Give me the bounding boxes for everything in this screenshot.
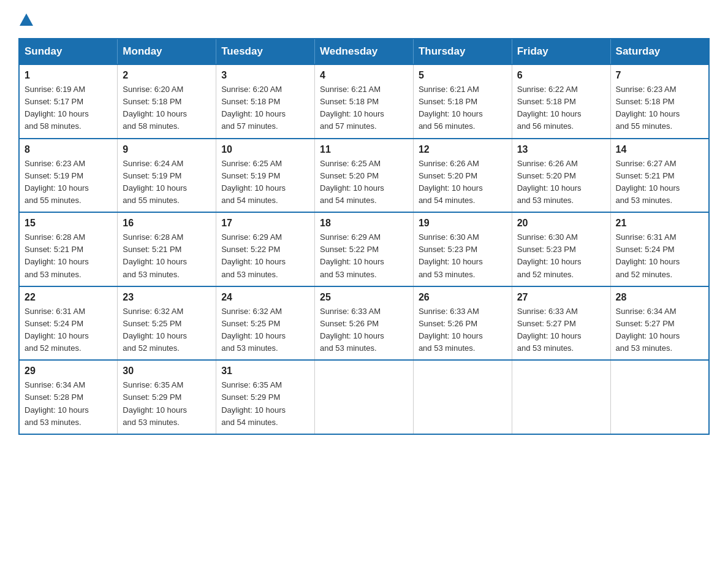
calendar-cell: 8 Sunrise: 6:23 AMSunset: 5:19 PMDayligh… <box>19 139 118 213</box>
day-info: Sunrise: 6:24 AMSunset: 5:19 PMDaylight:… <box>123 159 187 205</box>
logo <box>18 12 33 26</box>
day-number: 17 <box>221 218 309 229</box>
calendar-cell: 26 Sunrise: 6:33 AMSunset: 5:26 PMDaylig… <box>413 286 512 361</box>
calendar-cell: 12 Sunrise: 6:26 AMSunset: 5:20 PMDaylig… <box>413 139 512 213</box>
day-info: Sunrise: 6:21 AMSunset: 5:18 PMDaylight:… <box>419 85 483 131</box>
day-number: 11 <box>320 144 408 155</box>
day-info: Sunrise: 6:20 AMSunset: 5:18 PMDaylight:… <box>221 85 286 131</box>
calendar-cell: 30 Sunrise: 6:35 AMSunset: 5:29 PMDaylig… <box>118 360 216 434</box>
day-info: Sunrise: 6:26 AMSunset: 5:20 PMDaylight:… <box>517 159 582 205</box>
day-info: Sunrise: 6:23 AMSunset: 5:19 PMDaylight:… <box>25 159 89 205</box>
day-number: 15 <box>25 218 112 229</box>
calendar-cell <box>512 360 610 434</box>
day-info: Sunrise: 6:34 AMSunset: 5:28 PMDaylight:… <box>25 380 89 426</box>
calendar-week-row: 1 Sunrise: 6:19 AMSunset: 5:17 PMDayligh… <box>19 64 709 139</box>
day-number: 27 <box>517 292 605 303</box>
day-number: 3 <box>221 70 309 81</box>
day-info: Sunrise: 6:27 AMSunset: 5:21 PMDaylight:… <box>616 159 680 205</box>
page-header <box>18 12 710 26</box>
day-number: 5 <box>419 70 507 81</box>
day-info: Sunrise: 6:32 AMSunset: 5:25 PMDaylight:… <box>221 307 286 353</box>
day-info: Sunrise: 6:35 AMSunset: 5:29 PMDaylight:… <box>221 380 286 426</box>
calendar-cell: 24 Sunrise: 6:32 AMSunset: 5:25 PMDaylig… <box>216 286 315 361</box>
calendar-cell: 9 Sunrise: 6:24 AMSunset: 5:19 PMDayligh… <box>118 139 216 213</box>
day-info: Sunrise: 6:20 AMSunset: 5:18 PMDaylight:… <box>123 85 187 131</box>
calendar-week-row: 29 Sunrise: 6:34 AMSunset: 5:28 PMDaylig… <box>19 360 709 434</box>
calendar-cell <box>413 360 512 434</box>
day-info: Sunrise: 6:32 AMSunset: 5:25 PMDaylight:… <box>123 307 187 353</box>
calendar-cell: 23 Sunrise: 6:32 AMSunset: 5:25 PMDaylig… <box>118 286 216 361</box>
weekday-header-monday: Monday <box>118 39 216 64</box>
day-info: Sunrise: 6:30 AMSunset: 5:23 PMDaylight:… <box>419 232 483 278</box>
calendar-cell: 21 Sunrise: 6:31 AMSunset: 5:24 PMDaylig… <box>610 212 709 286</box>
calendar-cell: 6 Sunrise: 6:22 AMSunset: 5:18 PMDayligh… <box>512 64 610 139</box>
day-info: Sunrise: 6:33 AMSunset: 5:27 PMDaylight:… <box>517 307 582 353</box>
day-number: 23 <box>123 292 211 303</box>
calendar-week-row: 8 Sunrise: 6:23 AMSunset: 5:19 PMDayligh… <box>19 139 709 213</box>
day-number: 1 <box>25 70 112 81</box>
calendar-header-row: SundayMondayTuesdayWednesdayThursdayFrid… <box>19 39 709 64</box>
calendar-cell: 14 Sunrise: 6:27 AMSunset: 5:21 PMDaylig… <box>610 139 709 213</box>
day-info: Sunrise: 6:31 AMSunset: 5:24 PMDaylight:… <box>616 232 680 278</box>
calendar-cell <box>610 360 709 434</box>
calendar-cell: 25 Sunrise: 6:33 AMSunset: 5:26 PMDaylig… <box>315 286 414 361</box>
day-info: Sunrise: 6:25 AMSunset: 5:19 PMDaylight:… <box>221 159 286 205</box>
day-number: 2 <box>123 70 211 81</box>
calendar-cell: 28 Sunrise: 6:34 AMSunset: 5:27 PMDaylig… <box>610 286 709 361</box>
day-number: 14 <box>616 144 703 155</box>
calendar-cell: 13 Sunrise: 6:26 AMSunset: 5:20 PMDaylig… <box>512 139 610 213</box>
day-number: 25 <box>320 292 408 303</box>
day-info: Sunrise: 6:35 AMSunset: 5:29 PMDaylight:… <box>123 380 187 426</box>
day-number: 7 <box>616 70 703 81</box>
day-number: 20 <box>517 218 605 229</box>
day-number: 8 <box>25 144 112 155</box>
day-number: 31 <box>221 366 309 377</box>
calendar-cell: 16 Sunrise: 6:28 AMSunset: 5:21 PMDaylig… <box>118 212 216 286</box>
calendar-cell: 22 Sunrise: 6:31 AMSunset: 5:24 PMDaylig… <box>19 286 118 361</box>
calendar-cell: 3 Sunrise: 6:20 AMSunset: 5:18 PMDayligh… <box>216 64 315 139</box>
weekday-header-friday: Friday <box>512 39 610 64</box>
day-info: Sunrise: 6:31 AMSunset: 5:24 PMDaylight:… <box>25 307 89 353</box>
svg-marker-0 <box>20 13 33 26</box>
day-number: 29 <box>25 366 112 377</box>
day-info: Sunrise: 6:33 AMSunset: 5:26 PMDaylight:… <box>320 307 384 353</box>
day-info: Sunrise: 6:25 AMSunset: 5:20 PMDaylight:… <box>320 159 384 205</box>
calendar-cell: 15 Sunrise: 6:28 AMSunset: 5:21 PMDaylig… <box>19 212 118 286</box>
calendar-cell: 1 Sunrise: 6:19 AMSunset: 5:17 PMDayligh… <box>19 64 118 139</box>
weekday-header-wednesday: Wednesday <box>315 39 414 64</box>
day-number: 26 <box>419 292 507 303</box>
day-number: 16 <box>123 218 211 229</box>
day-info: Sunrise: 6:23 AMSunset: 5:18 PMDaylight:… <box>616 85 680 131</box>
day-info: Sunrise: 6:34 AMSunset: 5:27 PMDaylight:… <box>616 307 680 353</box>
day-number: 13 <box>517 144 605 155</box>
calendar-cell: 20 Sunrise: 6:30 AMSunset: 5:23 PMDaylig… <box>512 212 610 286</box>
day-info: Sunrise: 6:28 AMSunset: 5:21 PMDaylight:… <box>25 232 89 278</box>
calendar-cell: 10 Sunrise: 6:25 AMSunset: 5:19 PMDaylig… <box>216 139 315 213</box>
day-number: 28 <box>616 292 703 303</box>
day-info: Sunrise: 6:19 AMSunset: 5:17 PMDaylight:… <box>25 85 89 131</box>
day-info: Sunrise: 6:29 AMSunset: 5:22 PMDaylight:… <box>320 232 384 278</box>
day-number: 12 <box>419 144 507 155</box>
day-number: 4 <box>320 70 408 81</box>
day-number: 30 <box>123 366 211 377</box>
weekday-header-saturday: Saturday <box>610 39 709 64</box>
day-info: Sunrise: 6:21 AMSunset: 5:18 PMDaylight:… <box>320 85 384 131</box>
calendar-cell: 4 Sunrise: 6:21 AMSunset: 5:18 PMDayligh… <box>315 64 414 139</box>
calendar-cell: 5 Sunrise: 6:21 AMSunset: 5:18 PMDayligh… <box>413 64 512 139</box>
weekday-header-tuesday: Tuesday <box>216 39 315 64</box>
day-info: Sunrise: 6:33 AMSunset: 5:26 PMDaylight:… <box>419 307 483 353</box>
calendar-cell: 11 Sunrise: 6:25 AMSunset: 5:20 PMDaylig… <box>315 139 414 213</box>
calendar-cell: 19 Sunrise: 6:30 AMSunset: 5:23 PMDaylig… <box>413 212 512 286</box>
day-info: Sunrise: 6:28 AMSunset: 5:21 PMDaylight:… <box>123 232 187 278</box>
weekday-header-thursday: Thursday <box>413 39 512 64</box>
day-info: Sunrise: 6:22 AMSunset: 5:18 PMDaylight:… <box>517 85 582 131</box>
day-number: 10 <box>221 144 309 155</box>
day-info: Sunrise: 6:30 AMSunset: 5:23 PMDaylight:… <box>517 232 582 278</box>
calendar-table: SundayMondayTuesdayWednesdayThursdayFrid… <box>18 38 710 435</box>
calendar-cell: 27 Sunrise: 6:33 AMSunset: 5:27 PMDaylig… <box>512 286 610 361</box>
calendar-cell: 17 Sunrise: 6:29 AMSunset: 5:22 PMDaylig… <box>216 212 315 286</box>
calendar-week-row: 15 Sunrise: 6:28 AMSunset: 5:21 PMDaylig… <box>19 212 709 286</box>
calendar-cell: 7 Sunrise: 6:23 AMSunset: 5:18 PMDayligh… <box>610 64 709 139</box>
day-number: 22 <box>25 292 112 303</box>
day-number: 9 <box>123 144 211 155</box>
